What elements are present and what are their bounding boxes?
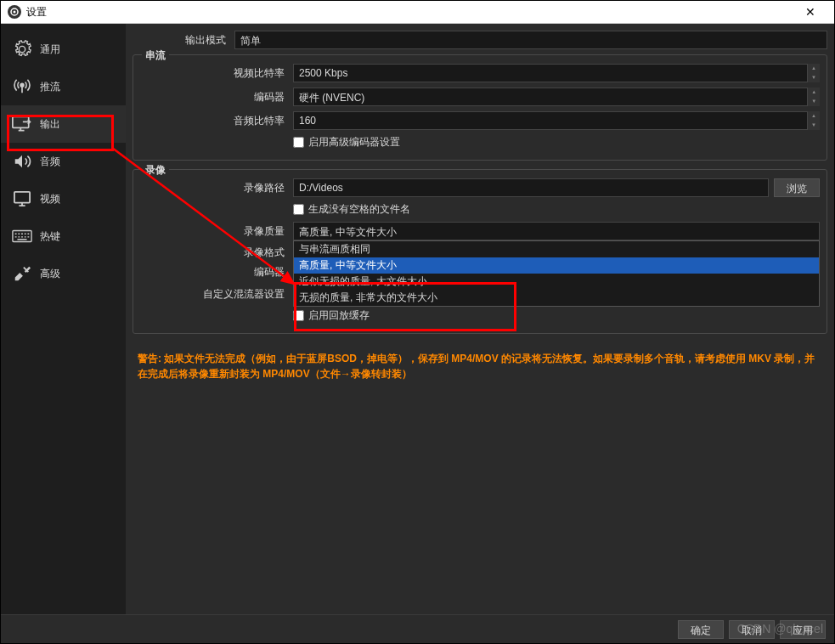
encoder-label: 编码器	[140, 90, 293, 105]
output-mode-label: 输出模式	[133, 33, 234, 48]
sidebar-item-general[interactable]: 通用	[1, 31, 126, 68]
main-panel: 输出模式 简单 串流 视频比特率 2500 Kbps ▲▼ 编码器 硬件 (NV…	[126, 24, 834, 614]
advanced-encoder-label: 启用高级编码器设置	[308, 135, 400, 150]
sidebar-item-audio[interactable]: 音频	[1, 143, 126, 180]
sidebar-item-output[interactable]: 输出	[1, 105, 126, 143]
sidebar-item-stream[interactable]: 推流	[1, 68, 126, 105]
no-space-label: 生成没有空格的文件名	[308, 202, 410, 217]
window-title: 设置	[26, 5, 793, 20]
path-label: 录像路径	[140, 181, 293, 195]
svg-point-2	[20, 83, 24, 87]
cancel-button[interactable]: 取消	[729, 620, 775, 639]
sidebar: 通用 推流 输出 音频 视频 热键	[1, 24, 126, 614]
quality-label: 录像质量	[140, 224, 293, 239]
gear-icon	[11, 40, 33, 59]
monitor-arrow-icon	[11, 115, 33, 133]
replay-buffer-label: 启用回放缓存	[308, 308, 370, 323]
muxer-label: 自定义混流器设置	[140, 287, 293, 302]
advanced-encoder-checkbox[interactable]	[293, 137, 304, 148]
keyboard-icon	[11, 227, 33, 246]
recording-title: 录像	[142, 163, 169, 178]
spinner-arrows[interactable]: ▲▼	[808, 64, 820, 82]
sidebar-item-label: 输出	[40, 117, 60, 132]
sidebar-item-label: 推流	[40, 80, 60, 94]
video-bitrate-input[interactable]: 2500 Kbps	[293, 64, 808, 82]
antenna-icon	[11, 77, 33, 96]
quality-select[interactable]: 高质量, 中等文件大小	[293, 222, 820, 240]
no-space-checkbox[interactable]	[293, 204, 304, 215]
spinner-arrows[interactable]: ▲▼	[808, 88, 820, 106]
streaming-title: 串流	[142, 48, 169, 63]
app-icon	[8, 5, 21, 19]
video-bitrate-label: 视频比特率	[140, 66, 293, 81]
sidebar-item-label: 音频	[40, 155, 60, 169]
sidebar-item-label: 通用	[40, 42, 60, 57]
format-label: 录像格式	[140, 246, 293, 260]
sidebar-item-advanced[interactable]: 高级	[1, 255, 126, 292]
audio-bitrate-label: 音频比特率	[140, 114, 293, 128]
quality-option-2[interactable]: 近似无损的质量, 大文件大小	[294, 274, 819, 290]
streaming-group: 串流 视频比特率 2500 Kbps ▲▼ 编码器 硬件 (NVENC) ▲▼	[133, 54, 827, 161]
encoder-select[interactable]: 硬件 (NVENC)	[293, 88, 808, 106]
spinner-arrows[interactable]: ▲▼	[808, 111, 820, 130]
footer: 确定 取消 应用	[1, 614, 834, 643]
monitor-icon	[11, 189, 33, 208]
sidebar-item-hotkeys[interactable]: 热键	[1, 217, 126, 255]
quality-option-3[interactable]: 无损的质量, 非常大的文件大小	[294, 290, 819, 306]
apply-button[interactable]: 应用	[780, 620, 826, 639]
browse-button[interactable]: 浏览	[774, 178, 820, 197]
quality-option-1[interactable]: 高质量, 中等文件大小	[294, 257, 819, 274]
audio-bitrate-input[interactable]: 160	[293, 111, 808, 130]
close-button[interactable]: ✕	[793, 5, 827, 19]
speaker-icon	[11, 152, 33, 171]
warning-text: 警告: 如果文件无法完成（例如，由于蓝屏BSOD，掉电等），保存到 MP4/MO…	[133, 342, 827, 390]
sidebar-item-label: 视频	[40, 192, 60, 206]
quality-dropdown: 与串流画质相同 高质量, 中等文件大小 近似无损的质量, 大文件大小 无损的质量…	[293, 240, 820, 307]
sidebar-item-label: 高级	[40, 267, 60, 281]
quality-option-0[interactable]: 与串流画质相同	[294, 241, 819, 257]
tools-icon	[11, 264, 33, 283]
svg-rect-5	[13, 231, 31, 242]
recording-group: 录像 录像路径 D:/Videos 浏览 生成没有空格的文件名	[133, 169, 827, 334]
replay-buffer-checkbox[interactable]	[293, 310, 304, 321]
titlebar: 设置 ✕	[1, 1, 834, 24]
svg-rect-4	[14, 192, 30, 203]
output-mode-select[interactable]: 简单	[234, 31, 827, 49]
rec-encoder-label: 编码器	[140, 265, 293, 280]
svg-point-1	[14, 11, 16, 14]
sidebar-item-video[interactable]: 视频	[1, 180, 126, 217]
path-input[interactable]: D:/Videos	[293, 178, 769, 197]
sidebar-item-label: 热键	[40, 229, 60, 244]
ok-button[interactable]: 确定	[678, 620, 724, 639]
